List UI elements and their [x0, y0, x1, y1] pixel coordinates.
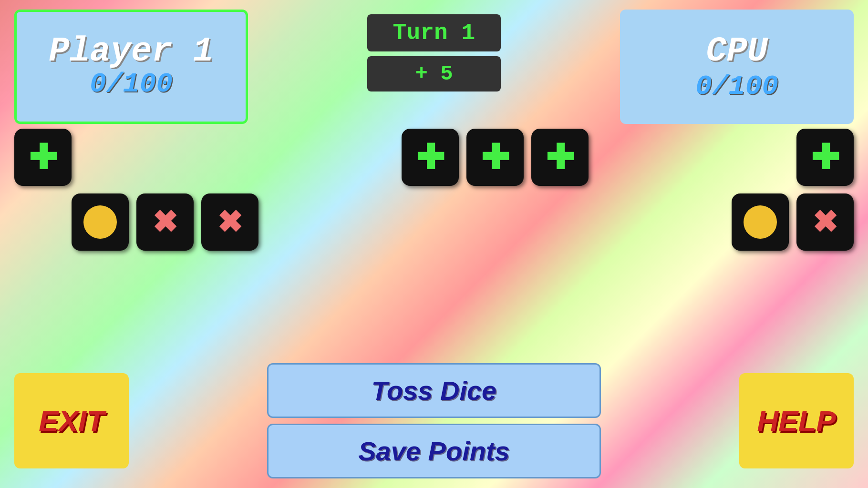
turn-badge: Turn 1	[367, 14, 501, 51]
cpu-panel: CPU 0/100	[620, 10, 854, 124]
player1-circle-token[interactable]	[72, 193, 129, 251]
player1-name: Player 1	[49, 34, 214, 69]
cpu-name: CPU	[706, 32, 768, 71]
plus-text: + 5	[415, 62, 453, 86]
turn-text: Turn 1	[393, 20, 475, 46]
player1-plus-token-1[interactable]: ✚	[14, 129, 72, 186]
toss-dice-button[interactable]: Toss Dice	[267, 363, 601, 418]
plus-badge: + 5	[367, 56, 501, 92]
x-icon-2: ✖	[217, 207, 243, 237]
cpu-score: 0/100	[695, 71, 778, 102]
x-icon: ✖	[152, 207, 178, 237]
player1-x-token-2[interactable]: ✖	[201, 193, 258, 251]
save-label: Save Points	[358, 436, 509, 466]
help-label: HELP	[757, 404, 836, 438]
help-button[interactable]: HELP	[739, 373, 854, 468]
circle-icon	[83, 205, 117, 239]
left-tokens: ✚ ✖ ✖	[14, 129, 258, 251]
cpu-circle-icon	[744, 205, 777, 239]
exit-button[interactable]: EXIT	[14, 373, 129, 468]
turn-display: Turn 1 + 5	[367, 14, 501, 92]
center-plus-token-3[interactable]: ✚	[531, 129, 589, 186]
right-tokens: ✚ ✖	[732, 129, 854, 251]
center-plus-icon-1: ✚	[416, 140, 444, 174]
save-points-button[interactable]: Save Points	[267, 424, 601, 478]
cpu-x-icon: ✖	[812, 207, 838, 237]
player1-x-token-1[interactable]: ✖	[136, 193, 194, 251]
center-plus-icon-2: ✚	[481, 140, 509, 174]
center-tokens: ✚ ✚ ✚	[402, 129, 589, 186]
player1-panel: Player 1 0/100	[14, 10, 248, 124]
player1-score: 0/100	[90, 69, 173, 100]
toss-label: Toss Dice	[372, 376, 496, 406]
center-plus-token-2[interactable]: ✚	[466, 129, 524, 186]
cpu-plus-token-1[interactable]: ✚	[796, 129, 854, 186]
plus-icon: ✚	[29, 140, 57, 174]
center-plus-icon-3: ✚	[546, 140, 574, 174]
cpu-circle-token[interactable]	[732, 193, 789, 251]
center-plus-token-1[interactable]: ✚	[402, 129, 459, 186]
cpu-x-token-1[interactable]: ✖	[796, 193, 854, 251]
cpu-plus-icon: ✚	[811, 140, 839, 174]
tokens-area: ✚ ✖ ✖ ✚ ✚	[0, 129, 868, 251]
exit-label: EXIT	[39, 404, 104, 438]
center-buttons: Toss Dice Save Points	[267, 363, 601, 478]
bottom-area: EXIT Toss Dice Save Points HELP	[0, 363, 868, 478]
